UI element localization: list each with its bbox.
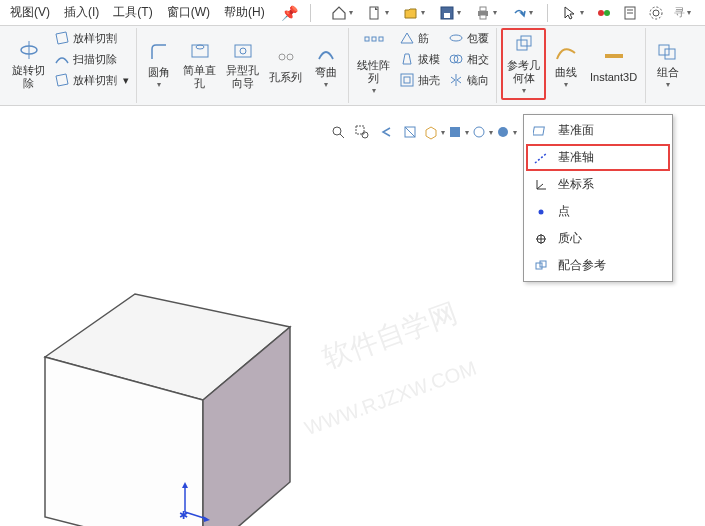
display-style-icon: [447, 124, 463, 140]
display-style-button[interactable]: ▾: [447, 122, 469, 142]
label: Instant3D: [590, 71, 637, 84]
svg-marker-40: [203, 516, 210, 522]
notes-button[interactable]: [618, 2, 642, 24]
fillet-button[interactable]: 圆角▾: [141, 28, 177, 100]
loft-cut-button[interactable]: 放样切割: [51, 28, 132, 48]
simple-hole-icon: [188, 38, 212, 62]
svg-rect-25: [404, 77, 410, 83]
sweep-cut-button[interactable]: 扫描切除: [51, 49, 132, 69]
curve-button[interactable]: 曲线▾: [548, 28, 584, 100]
dropdown-centroid[interactable]: 质心: [526, 225, 670, 252]
watermark: 软件自学网: [318, 294, 463, 378]
svg-rect-29: [517, 40, 527, 50]
instant3d-icon: [602, 45, 626, 69]
label: 基准轴: [558, 149, 594, 166]
save-icon: [439, 5, 455, 21]
svg-rect-22: [372, 37, 376, 41]
centroid-icon: [532, 231, 550, 247]
loft-cut2-icon: [54, 72, 70, 88]
section-view-button[interactable]: [399, 122, 421, 142]
rib-button[interactable]: 筋: [396, 28, 443, 48]
zoom-area-button[interactable]: [351, 122, 373, 142]
menu-help[interactable]: 帮助(H): [218, 1, 271, 24]
new-button[interactable]: ▾: [361, 2, 395, 24]
label: 抽壳: [418, 73, 440, 88]
view-orientation-button[interactable]: ▾: [423, 122, 445, 142]
ref-geometry-button[interactable]: 参考几 何体▾: [501, 28, 546, 100]
save-button[interactable]: ▾: [433, 2, 467, 24]
draft-button[interactable]: 拔模: [396, 49, 443, 69]
label: 基准面: [558, 122, 594, 139]
intersect-icon: [448, 51, 464, 67]
mate-ref-icon: [532, 258, 550, 274]
undo-button[interactable]: ▾: [505, 2, 539, 24]
wrap-button[interactable]: 包覆: [445, 28, 492, 48]
svg-rect-2: [444, 13, 450, 18]
label: 包覆: [467, 31, 489, 46]
pin-icon[interactable]: 📌: [277, 5, 302, 21]
label: 扫描切除: [73, 52, 117, 67]
axis-icon: [532, 150, 550, 166]
intersect-button[interactable]: 相交: [445, 49, 492, 69]
notes-icon: [622, 5, 638, 21]
search-button[interactable]: 寻▾: [670, 2, 696, 24]
appearance-button[interactable]: ▾: [495, 122, 517, 142]
simple-hole-button[interactable]: 简单直 孔: [179, 28, 220, 100]
svg-point-45: [362, 132, 368, 138]
dropdown-axis[interactable]: 基准轴: [526, 144, 670, 171]
dropdown-point[interactable]: 点: [526, 198, 670, 225]
prev-view-button[interactable]: [375, 122, 397, 142]
svg-point-19: [279, 54, 285, 60]
label: 圆角: [148, 66, 170, 79]
open-button[interactable]: ▾: [397, 2, 431, 24]
svg-rect-48: [450, 127, 460, 137]
hole-wizard-icon: [231, 38, 255, 62]
shell-button[interactable]: 抽壳: [396, 70, 443, 90]
select-button[interactable]: ▾: [556, 2, 590, 24]
instant3d-button[interactable]: Instant3D: [586, 28, 641, 100]
label: 曲线: [555, 66, 577, 79]
label: 弯曲: [315, 66, 337, 79]
options-button[interactable]: [644, 2, 668, 24]
dropdown-plane[interactable]: 基准面: [526, 117, 670, 144]
dropdown-coordsys[interactable]: 坐标系: [526, 171, 670, 198]
svg-line-52: [535, 153, 547, 163]
combine-button[interactable]: 组合▾: [650, 28, 686, 100]
svg-rect-60: [536, 263, 542, 269]
revolve-cut-button[interactable]: 旋转切 除: [8, 28, 49, 100]
loft-cut2-button[interactable]: 放样切割▾: [51, 70, 132, 90]
svg-point-20: [287, 54, 293, 60]
ribbon-group-reference: 参考几 何体▾ 曲线▾ Instant3D: [497, 28, 646, 103]
hole-wizard-button[interactable]: 异型孔 向导: [222, 28, 263, 100]
zoom-fit-button[interactable]: [327, 122, 349, 142]
svg-rect-5: [480, 15, 486, 19]
svg-rect-30: [521, 36, 531, 46]
ref-geometry-icon: [512, 33, 536, 57]
dropdown-mate-ref[interactable]: 配合参考: [526, 252, 670, 279]
home-button[interactable]: ▾: [325, 2, 359, 24]
menu-tools[interactable]: 工具(T): [107, 1, 158, 24]
menu-window[interactable]: 窗口(W): [161, 1, 216, 24]
shell-icon: [399, 72, 415, 88]
print-icon: [475, 5, 491, 21]
menu-bar: 视图(V) 插入(I) 工具(T) 窗口(W) 帮助(H) 📌 ▾ ▾ ▾ ▾ …: [0, 0, 705, 26]
linear-pattern-icon: [362, 33, 386, 57]
menu-insert[interactable]: 插入(I): [58, 1, 105, 24]
print-button[interactable]: ▾: [469, 2, 503, 24]
menu-view[interactable]: 视图(V): [4, 1, 56, 24]
rebuild-button[interactable]: [592, 2, 616, 24]
svg-rect-51: [533, 127, 544, 135]
zoom-fit-icon: [330, 124, 346, 140]
ribbon-group-cut: 旋转切 除 放样切割 扫描切除 放样切割▾: [4, 28, 137, 103]
label: 旋转切 除: [12, 64, 45, 90]
bend-button[interactable]: 弯曲▾: [308, 28, 344, 100]
scene-button[interactable]: ▾: [471, 122, 493, 142]
mirror-button[interactable]: 镜向: [445, 70, 492, 90]
hole-series-icon: [274, 45, 298, 69]
label: 坐标系: [558, 176, 594, 193]
linear-pattern-button[interactable]: 线性阵 列▾: [353, 28, 394, 100]
svg-rect-21: [365, 37, 369, 41]
svg-rect-61: [540, 261, 546, 267]
prev-view-icon: [378, 124, 394, 140]
sweep-cut-icon: [54, 51, 70, 67]
